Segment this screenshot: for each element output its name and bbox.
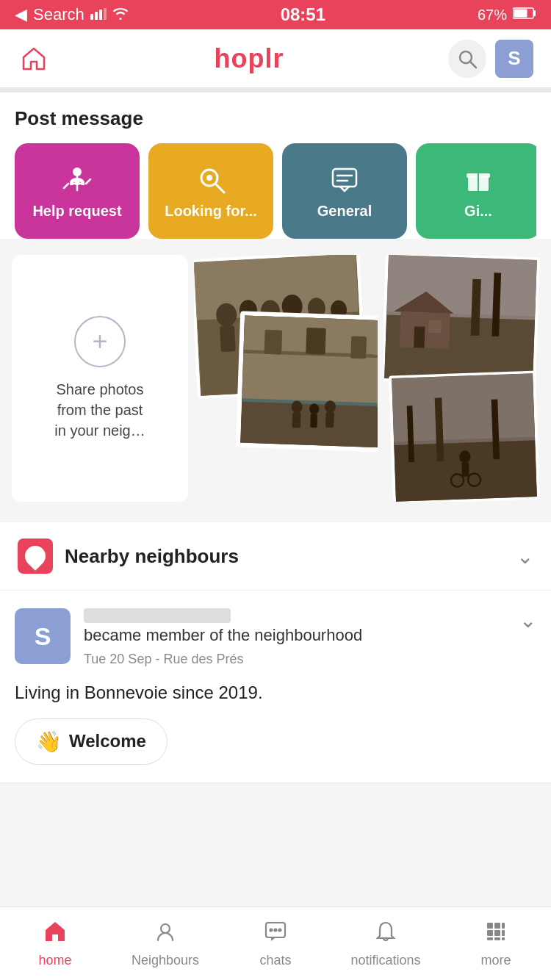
looking-for-button[interactable]: Looking for... — [148, 143, 273, 239]
neighbours-nav-icon — [154, 920, 177, 948]
looking-for-label: Looking for... — [165, 203, 257, 220]
member-action-text: became member of the neighbourhood — [84, 623, 362, 647]
svg-rect-41 — [306, 328, 326, 355]
nav-item-neighbours[interactable]: Neighbours — [110, 907, 220, 980]
post-message-section: Post message Help request — [0, 93, 551, 239]
welcome-label: Welcome — [69, 731, 146, 752]
svg-rect-81 — [502, 937, 505, 940]
wave-emoji: 👋 — [36, 729, 62, 754]
photo-share-text: Share photosfrom the pastin your neig… — [54, 379, 145, 441]
photo-section: + Share photosfrom the pastin your neig… — [0, 239, 551, 518]
svg-rect-75 — [502, 923, 505, 929]
member-row: S became member of the neighbourhood Tue… — [15, 608, 536, 667]
nav-item-more[interactable]: more — [441, 907, 551, 980]
svg-rect-36 — [240, 398, 378, 448]
svg-rect-40 — [264, 330, 283, 355]
gift-label: Gi... — [464, 203, 492, 220]
svg-rect-46 — [310, 414, 317, 428]
member-chevron-icon[interactable]: ⌄ — [519, 608, 536, 633]
svg-rect-65 — [461, 462, 469, 477]
photo-share-card[interactable]: + Share photosfrom the pastin your neig… — [12, 255, 188, 502]
user-avatar-button[interactable]: S — [495, 40, 533, 78]
svg-rect-0 — [90, 14, 93, 20]
svg-rect-5 — [533, 10, 536, 16]
svg-rect-73 — [487, 923, 493, 929]
vintage-photo-4 — [389, 371, 540, 502]
header: hoplr S — [0, 29, 551, 88]
status-left: ◀ Search — [15, 5, 129, 24]
svg-rect-1 — [95, 12, 98, 20]
status-right: 67% — [478, 7, 536, 24]
svg-rect-2 — [99, 10, 102, 20]
home-nav-icon — [43, 920, 67, 948]
svg-rect-78 — [502, 930, 505, 936]
welcome-button[interactable]: 👋 Welcome — [15, 718, 168, 765]
gift-button[interactable]: Gi... — [416, 143, 536, 239]
general-label: General — [317, 203, 372, 220]
svg-rect-48 — [325, 412, 334, 428]
photo-collage-right — [383, 255, 545, 502]
home-nav-label: home — [38, 953, 71, 968]
nearby-title: Nearby neighbours — [65, 545, 239, 568]
more-nav-icon — [484, 920, 508, 948]
back-arrow: ◀ — [15, 5, 27, 24]
member-card: S became member of the neighbourhood Tue… — [0, 591, 551, 783]
post-message-title: Post message — [15, 107, 536, 130]
nearby-icon — [18, 538, 53, 574]
svg-point-13 — [206, 175, 212, 181]
svg-point-72 — [279, 929, 281, 931]
search-button[interactable] — [448, 40, 486, 78]
svg-rect-77 — [494, 930, 500, 936]
member-date: Tue 20 Sep - Rue des Prés — [84, 652, 500, 667]
member-name-line: became member of the neighbourhood — [84, 608, 500, 647]
svg-rect-80 — [494, 937, 500, 940]
battery-icon — [513, 7, 536, 24]
svg-rect-74 — [494, 923, 500, 929]
member-bio: Living in Bonnevoie since 2019. — [15, 680, 536, 705]
svg-rect-42 — [350, 336, 367, 359]
help-request-button[interactable]: Help request — [15, 143, 140, 239]
svg-rect-44 — [292, 412, 301, 428]
svg-point-71 — [275, 929, 277, 931]
notifications-nav-icon — [374, 920, 397, 948]
member-info: became member of the neighbourhood Tue 2… — [84, 608, 500, 667]
nav-item-notifications[interactable]: notifications — [331, 907, 441, 980]
svg-point-68 — [161, 924, 170, 933]
status-bar: ◀ Search 08:51 67% — [0, 0, 551, 29]
status-time: 08:51 — [281, 4, 325, 25]
signal-icon — [90, 5, 107, 24]
wifi-icon — [112, 5, 129, 24]
bottom-nav: home Neighbours chats — [0, 907, 551, 980]
member-name-blurred — [84, 608, 231, 623]
nearby-chevron-icon[interactable]: ⌄ — [516, 544, 533, 569]
svg-line-14 — [216, 184, 224, 192]
nearby-header[interactable]: Nearby neighbours ⌄ — [0, 522, 551, 591]
svg-rect-76 — [487, 930, 493, 936]
svg-line-8 — [470, 62, 476, 68]
svg-rect-57 — [428, 320, 442, 333]
home-icon[interactable] — [18, 43, 50, 75]
notifications-nav-label: notifications — [350, 953, 420, 968]
svg-rect-6 — [514, 9, 527, 17]
carrier-name: Search — [33, 5, 84, 24]
nav-item-chats[interactable]: chats — [220, 907, 331, 980]
post-buttons: Help request Looking for... G — [15, 143, 536, 239]
nav-item-home[interactable]: home — [0, 907, 110, 980]
general-button[interactable]: General — [282, 143, 407, 239]
neighbours-nav-label: Neighbours — [132, 953, 199, 968]
member-avatar: S — [15, 608, 71, 664]
svg-rect-15 — [333, 169, 356, 187]
vintage-photo-3 — [383, 255, 540, 386]
nearby-section: Nearby neighbours ⌄ — [0, 522, 551, 591]
header-actions: S — [448, 40, 533, 78]
svg-rect-56 — [414, 326, 425, 347]
photo-add-button[interactable]: + — [74, 316, 126, 367]
chats-nav-icon — [264, 920, 287, 948]
svg-rect-79 — [487, 937, 493, 940]
battery-pct: 67% — [478, 7, 507, 24]
vintage-photo-2 — [236, 311, 378, 452]
nearby-left: Nearby neighbours — [18, 538, 239, 574]
help-request-label: Help request — [32, 203, 121, 220]
photo-collage-left — [194, 255, 378, 502]
chats-nav-label: chats — [259, 953, 291, 968]
